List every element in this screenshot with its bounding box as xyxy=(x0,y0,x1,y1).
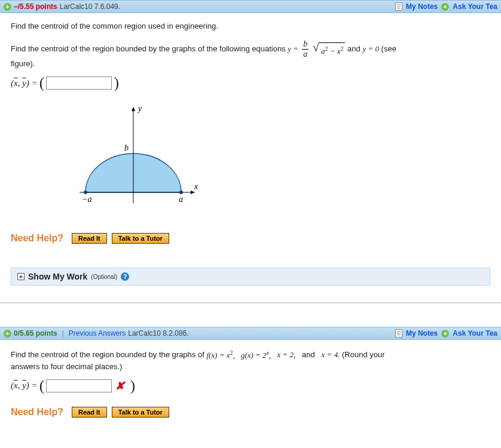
svg-text:−a: −a xyxy=(82,195,91,204)
round-text: (Round your xyxy=(342,351,385,360)
open-paren: ( xyxy=(38,377,47,395)
prompt-line-1: Find the centroid of the common region u… xyxy=(11,22,490,30)
close-paren: ) xyxy=(128,377,137,395)
need-help-row: Need Help? Read It Talk to a Tutor xyxy=(11,233,490,244)
answer-label: (x, y) = xyxy=(11,381,38,391)
plus-icon[interactable]: + xyxy=(441,330,449,337)
question-gap xyxy=(0,303,501,327)
separator: | xyxy=(60,329,66,337)
read-it-button[interactable]: Read It xyxy=(72,407,107,418)
my-notes-link[interactable]: My Notes xyxy=(406,2,438,11)
question-1-header: + –/5.55 points LarCalc10 7.6.049. My No… xyxy=(0,0,501,13)
show-my-work-bar: + Show My Work (Optional) ? xyxy=(11,268,490,286)
question-reference: LarCalc10 8.2.086. xyxy=(128,329,188,337)
prompt-text: Find the centroid of the region bounded … xyxy=(11,351,206,360)
fraction-b-over-a: b a xyxy=(302,40,308,59)
prompt-see: (see xyxy=(381,44,396,53)
previous-answers-link[interactable]: Previous Answers xyxy=(69,329,126,337)
radical-icon: √ xyxy=(313,41,319,53)
svg-text:a: a xyxy=(179,195,183,204)
need-help-label: Need Help? xyxy=(11,407,67,418)
and-text: and xyxy=(298,351,319,360)
question-1-body: Find the centroid of the common region u… xyxy=(0,13,501,296)
ask-teacher-link[interactable]: Ask Your Tea xyxy=(453,329,497,337)
show-my-work-label[interactable]: Show My Work xyxy=(28,272,87,281)
question-2-header: + 0/5.65 points | Previous Answers LarCa… xyxy=(0,327,501,340)
talk-to-tutor-button[interactable]: Talk to a Tutor xyxy=(112,407,169,418)
fraction-denominator: a xyxy=(302,50,308,59)
talk-to-tutor-button[interactable]: Talk to a Tutor xyxy=(112,233,169,244)
exponent-2: 2 xyxy=(340,45,343,52)
my-notes-link[interactable]: My Notes xyxy=(406,329,438,337)
help-icon[interactable]: ? xyxy=(121,272,129,281)
expand-work-icon[interactable]: + xyxy=(17,273,25,280)
read-it-button[interactable]: Read It xyxy=(72,233,107,244)
figure-semi-ellipse: y x b −a a xyxy=(68,103,490,221)
x-equals-2: x = 2, xyxy=(277,351,295,360)
notes-icon[interactable] xyxy=(395,2,402,11)
x-equals-4: x = 4. xyxy=(322,351,340,360)
fraction-numerator: b xyxy=(302,40,308,50)
centroid-input[interactable] xyxy=(46,76,112,90)
prompt-row-1: Find the centroid of the region bounded … xyxy=(11,347,490,362)
prompt-text: Find the centroid of the region bounded … xyxy=(11,44,288,53)
gx-equation: g(x) = 2x, xyxy=(241,351,275,360)
svg-text:b: b xyxy=(124,143,129,152)
equation-y-zero: y = 0 xyxy=(362,44,379,53)
need-help-row: Need Help? Read It Talk to a Tutor xyxy=(11,407,490,418)
question-2-body: Find the centroid of the region bounded … xyxy=(0,340,501,426)
fx-equation: f(x) = x2, xyxy=(206,351,239,360)
question-reference: LarCalc10 7.6.049. xyxy=(60,2,120,11)
open-paren: ( xyxy=(38,74,47,92)
expand-icon[interactable]: + xyxy=(4,330,11,337)
answer-row: (x, y) = ( ) xyxy=(11,74,490,92)
show-my-work-optional: (Optional) xyxy=(91,274,117,280)
wrong-icon: ✘ xyxy=(112,379,128,392)
expand-icon[interactable]: + xyxy=(4,3,11,11)
answer-label: (x, y) = xyxy=(11,78,38,88)
prompt-line-3: figure). xyxy=(11,59,490,68)
minus-sign: − xyxy=(328,47,337,56)
prompt-and: and xyxy=(347,44,362,53)
need-help-label: Need Help? xyxy=(11,233,67,244)
ellipse-plot: y x b −a a xyxy=(68,103,199,219)
centroid-input[interactable] xyxy=(46,379,112,392)
prompt-line-2: Find the centroid of the region bounded … xyxy=(11,40,490,59)
notes-icon[interactable] xyxy=(395,329,402,337)
svg-point-3 xyxy=(179,191,183,194)
prompt-row-2: answers to four decimal places.) xyxy=(11,362,490,371)
square-root: √ a2 − x2 xyxy=(313,41,346,59)
equation-y-equals: y = xyxy=(288,44,300,53)
points-label: –/5.55 points xyxy=(14,2,57,11)
svg-text:x: x xyxy=(194,182,198,191)
svg-point-2 xyxy=(84,191,87,194)
radicand: a2 − x2 xyxy=(319,42,346,59)
close-paren: ) xyxy=(112,74,121,92)
plus-icon[interactable]: + xyxy=(441,3,449,11)
points-label: 0/5.65 points xyxy=(14,329,57,337)
ask-teacher-link[interactable]: Ask Your Tea xyxy=(453,2,497,11)
svg-text:y: y xyxy=(137,104,142,113)
answer-row: (x, y) = ( ✘ ) xyxy=(11,377,490,395)
